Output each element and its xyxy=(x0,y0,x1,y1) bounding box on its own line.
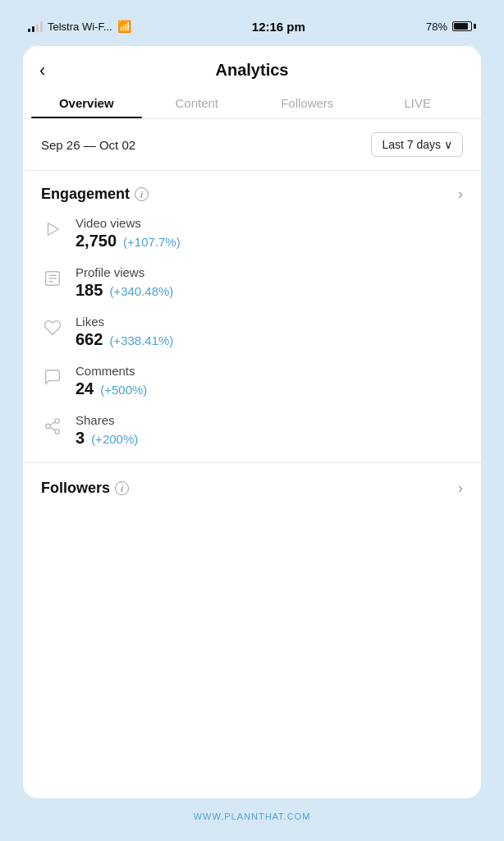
tab-live[interactable]: LIVE xyxy=(363,88,474,118)
status-bar: Telstra Wi-F... 📶 12:16 pm 78% xyxy=(23,15,481,38)
status-time: 12:16 pm xyxy=(252,20,305,34)
likes-change: (+338.41%) xyxy=(109,333,173,347)
dropdown-arrow-icon: ∨ xyxy=(444,138,452,151)
shares-value: 3 xyxy=(76,429,85,448)
video-views-change: (+107.7%) xyxy=(123,235,181,249)
wifi-icon: 📶 xyxy=(117,20,131,33)
profile-views-change: (+340.48%) xyxy=(109,284,173,298)
followers-title-row: Followers i xyxy=(41,480,129,497)
date-dropdown[interactable]: Last 7 days ∨ xyxy=(371,132,463,157)
engagement-header: Engagement i › xyxy=(41,186,463,203)
profile-icon xyxy=(41,267,64,290)
engagement-info-icon[interactable]: i xyxy=(135,187,149,201)
back-button[interactable]: ‹ xyxy=(39,60,45,81)
followers-chevron-icon[interactable]: › xyxy=(458,480,463,497)
comment-icon xyxy=(41,365,64,388)
share-icon xyxy=(41,415,64,438)
shares-change: (+200%) xyxy=(91,432,138,446)
metric-likes: Likes 662 (+338.41%) xyxy=(41,315,463,349)
status-left: Telstra Wi-F... 📶 xyxy=(28,20,131,33)
app-card: ‹ Analytics Overview Content Followers L… xyxy=(23,46,481,798)
engagement-section: Engagement i › Video views 2,750 (+107.7… xyxy=(23,171,481,463)
tabs-bar: Overview Content Followers LIVE xyxy=(23,88,481,119)
comments-change: (+500%) xyxy=(100,383,147,397)
shares-content: Shares 3 (+200%) xyxy=(76,413,138,448)
svg-point-6 xyxy=(46,424,51,429)
svg-point-7 xyxy=(55,430,60,434)
engagement-chevron-icon[interactable]: › xyxy=(458,186,463,203)
metric-video-views: Video views 2,750 (+107.7%) xyxy=(41,216,463,250)
engagement-title: Engagement xyxy=(41,186,130,203)
date-range-row: Sep 26 — Oct 02 Last 7 days ∨ xyxy=(23,119,481,171)
profile-views-label: Profile views xyxy=(76,265,173,279)
svg-line-9 xyxy=(50,422,55,425)
page-title: Analytics xyxy=(216,61,289,80)
dropdown-label: Last 7 days xyxy=(382,138,441,151)
metric-comments: Comments 24 (+500%) xyxy=(41,364,463,398)
app-header: ‹ Analytics xyxy=(23,46,481,88)
followers-title: Followers xyxy=(41,480,110,497)
date-range-label: Sep 26 — Oct 02 xyxy=(41,138,135,152)
followers-section[interactable]: Followers i › xyxy=(23,463,481,513)
video-views-content: Video views 2,750 (+107.7%) xyxy=(76,216,181,250)
play-icon xyxy=(41,218,64,241)
likes-label: Likes xyxy=(76,315,173,329)
likes-value: 662 xyxy=(76,330,103,349)
profile-views-content: Profile views 185 (+340.48%) xyxy=(76,265,173,300)
carrier-label: Telstra Wi-F... xyxy=(48,21,112,33)
battery-icon xyxy=(452,21,476,31)
engagement-title-row: Engagement i xyxy=(41,186,149,203)
video-views-value: 2,750 xyxy=(76,232,117,250)
svg-line-8 xyxy=(50,427,55,430)
likes-content: Likes 662 (+338.41%) xyxy=(76,315,173,349)
svg-point-5 xyxy=(55,419,60,423)
comments-value: 24 xyxy=(76,379,94,398)
comments-label: Comments xyxy=(76,364,147,378)
comments-content: Comments 24 (+500%) xyxy=(76,364,147,398)
watermark: www.plannthat.com xyxy=(194,811,311,821)
svg-marker-0 xyxy=(48,223,59,236)
metric-profile-views: Profile views 185 (+340.48%) xyxy=(41,265,463,300)
profile-views-value: 185 xyxy=(76,281,103,300)
video-views-label: Video views xyxy=(76,216,181,230)
phone-frame: Telstra Wi-F... 📶 12:16 pm 78% ‹ Analyti… xyxy=(0,0,504,841)
heart-icon xyxy=(41,316,64,339)
tab-content[interactable]: Content xyxy=(142,88,253,118)
metric-shares: Shares 3 (+200%) xyxy=(41,413,463,448)
tab-overview[interactable]: Overview xyxy=(31,88,142,118)
followers-info-icon[interactable]: i xyxy=(115,481,129,495)
status-right: 78% xyxy=(426,21,476,33)
tab-followers[interactable]: Followers xyxy=(252,88,363,118)
signal-bars-icon xyxy=(28,21,43,32)
shares-label: Shares xyxy=(76,413,138,427)
battery-percent: 78% xyxy=(426,21,447,33)
